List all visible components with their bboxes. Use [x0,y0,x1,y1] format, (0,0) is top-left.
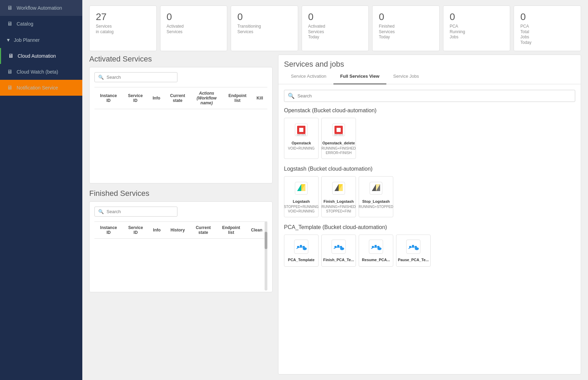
svg-point-34 [377,247,382,250]
notification-icon: 🖥 [7,85,12,91]
finish-logstash-icon [330,180,347,197]
service-card-openstack-delete[interactable]: openstack Openstack_delete RUNNING+FINIS… [321,118,356,159]
stop-logstash-icon [368,180,384,197]
finished-services-table: InstanceID ServiceID Info History Curren… [94,221,267,239]
scrollbar-thumb [265,232,267,249]
activated-services-search-bar[interactable]: 🔍 [94,72,177,82]
services-search-icon: 🔍 [288,93,295,99]
tab-service-activation[interactable]: Service Activation [284,69,333,84]
services-and-jobs-tabs: Service Activation Full Services View Se… [278,69,581,84]
pause-pca-icon [405,238,422,255]
stat-label-5: PCARunningJobs [450,24,504,40]
svg-text:openstack: openstack [296,134,306,136]
activated-services-search-input[interactable] [107,75,174,80]
svg-rect-31 [372,246,374,248]
service-card-pca-template[interactable]: PCA_Template [284,235,319,267]
col-fs-service-id: ServiceID [123,222,148,239]
stat-card-6: 0 PCATotalJobsToday [514,6,581,51]
chevron-down-icon: ▾ [7,37,10,43]
stat-label-0: Servicesin catalog [96,24,150,35]
services-search-bar[interactable]: 🔍 [284,90,575,102]
openstack-service-cards: openstack Openstack VOID+RUNNING [284,118,575,159]
sidebar-item-cloud-watch[interactable]: 🖥 Cloud Watch (beta) [0,64,82,80]
svg-text:openstack: openstack [334,134,343,136]
stat-label-4: FinishedServicesToday [379,24,433,40]
service-card-openstack[interactable]: openstack Openstack VOID+RUNNING [284,118,319,159]
activated-services-panel: 🔍 InstanceID ServiceID Info Currentstate… [89,67,273,183]
col-endpoint-list: Endpointlist [223,87,252,109]
stat-label-1: ActivatedServices [167,24,221,35]
stat-card-3: 0 ActivatedServicesToday [302,6,369,51]
bucket-logstash: Logstash (Bucket cloud-automation) [284,166,575,217]
sidebar-item-cloud-automation[interactable]: 🖥 Cloud Automation [0,48,82,64]
col-current-state: Currentstate [165,87,191,109]
openstack-delete-card-state: RUNNING+FINISHEDERROR+FINISH [321,146,356,155]
col-kill: Kill [252,87,267,109]
service-card-stop-logstash[interactable]: Stop_Logstash RUNNING+STOPPED [359,176,393,217]
tab-full-services-view[interactable]: Full Services View [333,69,386,84]
tab-service-jobs[interactable]: Service Jobs [386,69,426,84]
stat-number-6: 0 [520,11,575,22]
right-panel: Services and jobs Service Activation Ful… [278,55,581,374]
finished-services-search-bar[interactable]: 🔍 [94,207,177,217]
stats-row: 27 Servicesin catalog 0 ActivatedService… [82,0,588,55]
sidebar-item-job-planner[interactable]: ▾ Job Planner [0,32,82,48]
bucket-openstack: Openstack (Bucket cloud-automation) open… [284,107,575,159]
finished-services-panel: 🔍 InstanceID ServiceID Info History [89,201,273,292]
content-area: Activated Services 🔍 InstanceID ServiceI… [82,55,588,380]
activated-services-empty [94,109,267,178]
logstash-card-name: Logstash [293,199,310,203]
pca-service-cards: PCA_Template [284,235,575,267]
finish-logstash-card-state: RUNNING+FINISHEDSTOPPED+FINI [321,205,356,213]
stat-number-5: 0 [450,11,504,22]
stat-number-4: 0 [379,11,433,22]
openstack-card-name: Openstack [292,141,311,145]
resume-pca-icon [368,238,384,255]
svg-rect-37 [412,245,414,248]
stat-card-5: 0 PCARunningJobs [443,6,511,51]
activated-services-section: Activated Services 🔍 InstanceID ServiceI… [89,55,273,183]
service-card-finish-logstash[interactable]: Finish_Logstash RUNNING+FINISHEDSTOPPED+… [321,176,356,217]
services-search-input[interactable] [297,93,367,98]
monitor-icon: 🖥 [7,5,12,11]
logstash-service-cards: Logstash STOPPED+RUNNINGVOID+RUNNING [284,176,575,217]
search-icon-2: 🔍 [98,209,104,214]
activated-services-title: Activated Services [89,55,273,64]
col-info: Info [148,87,165,109]
service-card-finish-pca[interactable]: Finish_PCA_Te... [321,235,356,267]
service-card-resume-pca[interactable]: Resume_PCA... [359,235,393,267]
left-panel: Activated Services 🔍 InstanceID ServiceI… [89,55,273,374]
sidebar-item-catalog[interactable]: 🖥 Catalog [0,16,82,32]
stat-label-3: ActivatedServicesToday [308,24,362,40]
col-fs-history: History [165,222,190,239]
finished-services-empty [94,239,267,287]
pca-template-icon [293,238,310,255]
catalog-icon: 🖥 [7,21,12,27]
bucket-logstash-title: Logstash (Bucket cloud-automation) [284,166,575,172]
stop-logstash-card-name: Stop_Logstash [362,199,389,203]
finished-services-section: Finished Services 🔍 InstanceID ServiceID [89,189,273,292]
svg-rect-6 [337,128,341,132]
sidebar-item-notification-service[interactable]: 🖥 Notification Service [0,80,82,96]
sidebar-item-workflow-automation[interactable]: 🖥 Workflow Automation [0,0,82,16]
bucket-pca-template: PCA_Template (Bucket cloud-automation) [284,224,575,267]
finish-pca-icon [330,238,347,255]
cloud-watch-icon: 🖥 [7,69,12,75]
bucket-pca-title: PCA_Template (Bucket cloud-automation) [284,224,575,230]
col-fs-info: Info [148,222,165,239]
service-card-logstash[interactable]: Logstash STOPPED+RUNNINGVOID+RUNNING [284,176,319,217]
service-card-pause-pca[interactable]: Pause_PCA_Te... [396,235,431,267]
sidebar: 🖥 Workflow Automation 🖥 Catalog ▾ Job Pl… [0,0,82,380]
openstack-icon: openstack [293,122,310,138]
svg-point-29 [340,247,344,250]
openstack-delete-icon: openstack [330,122,347,138]
finish-pca-card-name: Finish_PCA_Te... [323,258,354,262]
finished-services-search-input[interactable] [107,209,174,214]
openstack-card-state: VOID+RUNNING [288,146,315,151]
svg-rect-36 [409,246,411,248]
svg-rect-22 [300,245,302,248]
logstash-icon [293,180,310,197]
stat-card-0: 27 Servicesin catalog [89,6,157,51]
col-actions: Actions(Workflowname) [191,87,223,109]
scrollbar-track[interactable] [265,221,267,291]
